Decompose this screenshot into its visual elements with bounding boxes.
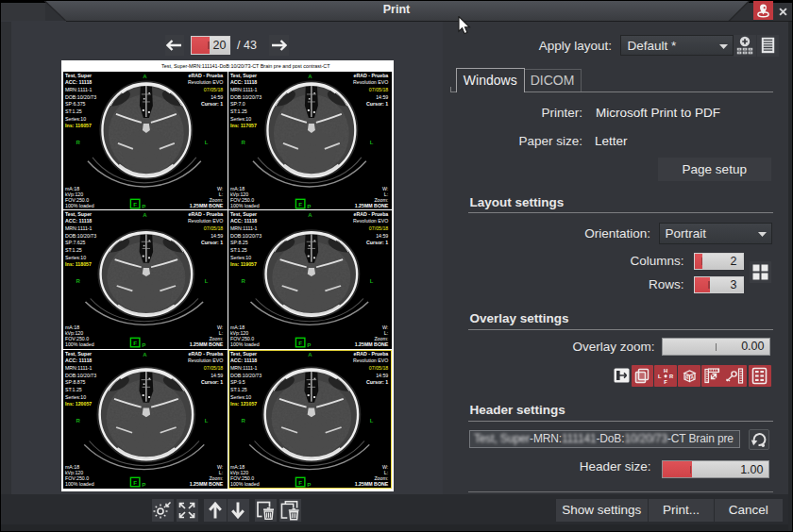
svg-text:100% loaded: 100% loaded: [229, 203, 259, 208]
svg-text:07/05/18: 07/05/18: [368, 86, 387, 91]
svg-text:P: P: [307, 342, 311, 349]
svg-text:07/05/18: 07/05/18: [368, 365, 387, 371]
svg-text:F: F: [298, 201, 302, 208]
svg-text:SP:7.0: SP:7.0: [229, 101, 245, 107]
svg-text:Ins: 121057: Ins: 121057: [229, 401, 256, 407]
svg-text:P: P: [307, 481, 311, 488]
svg-text:ST:1.25: ST:1.25: [229, 387, 246, 392]
svg-text:1.25MM BONE: 1.25MM BONE: [190, 481, 224, 487]
svg-text:Cursor: 1: Cursor: 1: [365, 101, 387, 107]
svg-text:MRN:1111-1: MRN:1111-1: [229, 86, 257, 91]
svg-text:14:59: 14:59: [211, 233, 223, 239]
svg-text:Cursor: 1: Cursor: 1: [201, 241, 223, 246]
svg-text:A: A: [308, 212, 312, 218]
svg-text:eRAD - Prueba: eRAD - Prueba: [353, 211, 388, 217]
svg-text:R: R: [76, 139, 80, 144]
svg-text:L: L: [205, 278, 209, 284]
svg-text:Ins: 117057: Ins: 117057: [229, 123, 256, 128]
svg-text:07/05/18: 07/05/18: [204, 365, 223, 371]
svg-text:MRN:1111-1: MRN:1111-1: [65, 86, 93, 91]
svg-text:F: F: [664, 379, 667, 385]
svg-text:Ins: 120057: Ins: 120057: [65, 401, 92, 407]
svg-text:L: L: [369, 278, 373, 284]
svg-text:Ins: 118057: Ins: 118057: [65, 262, 92, 268]
svg-text:R: R: [241, 278, 245, 284]
svg-text:ACC: 11118: ACC: 11118: [229, 79, 256, 85]
svg-text:F: F: [133, 201, 137, 208]
svg-text:Test, Super: Test, Super: [65, 72, 92, 77]
svg-text:Revolution EVO: Revolution EVO: [188, 79, 223, 85]
svg-text:DOB:10/20/73: DOB:10/20/73: [229, 93, 261, 99]
svg-text:MRN:1111-1: MRN:1111-1: [229, 225, 257, 231]
svg-text:Ins: 119057: Ins: 119057: [229, 262, 256, 268]
svg-text:1.25MM BONE: 1.25MM BONE: [190, 342, 224, 348]
svg-text:100% loaded: 100% loaded: [65, 342, 94, 348]
svg-text:ACC: 11118: ACC: 11118: [229, 219, 256, 224]
svg-text:P: P: [307, 203, 311, 209]
svg-text:SP:6.375: SP:6.375: [65, 101, 86, 107]
svg-text:ST:1.25: ST:1.25: [229, 108, 246, 113]
svg-text:MRN:1111-1: MRN:1111-1: [65, 225, 93, 231]
svg-text:L: L: [369, 139, 373, 144]
svg-text:ST:1.25: ST:1.25: [65, 387, 82, 392]
svg-text:Series:10: Series:10: [65, 394, 86, 400]
svg-text:Series:10: Series:10: [65, 115, 86, 121]
svg-text:A: A: [308, 73, 312, 78]
svg-text:MRN:1111-1: MRN:1111-1: [65, 365, 93, 371]
svg-text:eRAD - Prueba: eRAD - Prueba: [188, 211, 223, 217]
svg-text:A: A: [143, 352, 147, 357]
svg-text:DOB:10/20/73: DOB:10/20/73: [229, 233, 261, 239]
svg-text:Test, Super: Test, Super: [65, 211, 92, 217]
svg-text:R: R: [76, 278, 80, 284]
svg-text:ACC: 11118: ACC: 11118: [65, 79, 92, 85]
svg-text:1.25MM BONE: 1.25MM BONE: [354, 203, 388, 208]
svg-text:Ins: 116057: Ins: 116057: [65, 123, 92, 128]
svg-text:eRAD - Prueba: eRAD - Prueba: [353, 72, 388, 77]
svg-text:100% loaded: 100% loaded: [229, 342, 259, 348]
svg-text:100% loaded: 100% loaded: [65, 481, 94, 487]
svg-text:SP:8.25: SP:8.25: [229, 241, 247, 246]
svg-text:Series:10: Series:10: [229, 115, 250, 121]
svg-text:DOB:10/20/73: DOB:10/20/73: [229, 373, 261, 378]
svg-text:Cursor: 1: Cursor: 1: [365, 379, 387, 385]
svg-text:SP:8.875: SP:8.875: [65, 379, 86, 385]
svg-text:F: F: [298, 479, 302, 486]
svg-text:A: A: [308, 352, 312, 357]
svg-text:F: F: [298, 340, 302, 346]
svg-text:100% loaded: 100% loaded: [65, 203, 94, 208]
svg-text:A: A: [690, 374, 694, 379]
svg-text:eRAD - Prueba: eRAD - Prueba: [353, 351, 388, 357]
svg-text:F: F: [133, 479, 137, 486]
svg-text:SP:9.5: SP:9.5: [229, 379, 245, 385]
svg-text:DOB:10/20/73: DOB:10/20/73: [65, 373, 96, 378]
svg-text:P: P: [142, 342, 145, 349]
svg-text:14:59: 14:59: [211, 373, 223, 378]
svg-text:Revolution EVO: Revolution EVO: [353, 219, 388, 224]
svg-text:R: R: [241, 418, 245, 424]
svg-text:Revolution EVO: Revolution EVO: [188, 357, 223, 363]
svg-text:07/05/18: 07/05/18: [368, 225, 387, 231]
svg-text:L: L: [205, 418, 209, 424]
svg-text:ACC: 11118: ACC: 11118: [65, 357, 92, 363]
svg-text:R: R: [241, 139, 245, 144]
svg-text:14:59: 14:59: [376, 233, 388, 239]
svg-text:Revolution EVO: Revolution EVO: [188, 219, 223, 224]
svg-text:ACC: 11118: ACC: 11118: [65, 219, 92, 224]
svg-text:Cursor: 1: Cursor: 1: [365, 241, 387, 246]
svg-text:1.25MM BONE: 1.25MM BONE: [354, 481, 388, 487]
svg-text:DOB:10/20/73: DOB:10/20/73: [65, 93, 96, 99]
svg-text:P: P: [142, 203, 145, 209]
svg-text:Test, Super: Test, Super: [229, 351, 256, 357]
svg-text:A: A: [143, 212, 147, 218]
svg-text:07/05/18: 07/05/18: [204, 225, 223, 231]
svg-text:14:59: 14:59: [211, 93, 223, 99]
svg-text:1.25MM BONE: 1.25MM BONE: [190, 203, 224, 208]
svg-text:eRAD - Prueba: eRAD - Prueba: [188, 351, 223, 357]
svg-text:07/05/18: 07/05/18: [204, 86, 223, 91]
svg-text:Series:10: Series:10: [65, 255, 86, 260]
svg-text:Revolution EVO: Revolution EVO: [353, 357, 388, 363]
svg-text:Series:10: Series:10: [229, 394, 250, 400]
svg-text:ST:1.25: ST:1.25: [229, 247, 246, 253]
svg-text:H: H: [664, 368, 667, 374]
svg-text:SP:7.625: SP:7.625: [65, 241, 86, 246]
